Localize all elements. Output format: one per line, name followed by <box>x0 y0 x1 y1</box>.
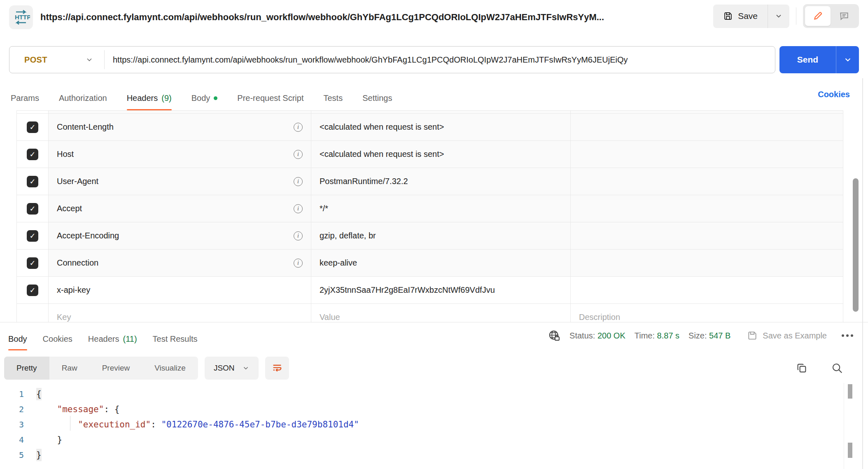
cell <box>311 111 571 113</box>
right-edge-border <box>862 78 863 469</box>
table-row-empty: KeyValueDescription <box>17 304 843 322</box>
method-dropdown[interactable]: POST <box>9 47 104 73</box>
row-checkbox[interactable]: ✓ <box>27 285 38 296</box>
info-icon[interactable]: i <box>294 177 303 186</box>
http-method-icon: HTTP <box>9 5 33 29</box>
value-cell[interactable]: PostmanRuntime/7.32.2 <box>311 168 571 195</box>
value-cell[interactable]: <calculated when request is sent> <box>311 141 571 168</box>
save-button[interactable]: Save <box>713 5 768 28</box>
copy-icon <box>796 362 808 374</box>
tab-tests[interactable]: Tests <box>323 93 343 110</box>
info-icon[interactable]: i <box>294 259 303 268</box>
cookies-link[interactable]: Cookies <box>818 90 850 99</box>
key-cell[interactable]: Connectioni <box>49 250 311 276</box>
info-icon[interactable]: i <box>294 150 303 159</box>
table-row: ✓Content-Lengthi<calculated when request… <box>17 114 843 141</box>
tab-params[interactable]: Params <box>11 93 39 110</box>
format-dropdown[interactable]: JSON <box>205 357 259 380</box>
description-cell[interactable] <box>571 277 843 303</box>
svg-text:HTTP: HTTP <box>15 14 30 21</box>
header-key: Accept-Encoding <box>57 231 119 240</box>
checkbox-cell: ✓ <box>17 168 49 195</box>
description-cell[interactable] <box>571 195 843 222</box>
row-checkbox[interactable]: ✓ <box>27 149 38 160</box>
comments-button[interactable] <box>831 6 857 26</box>
edit-mode-button[interactable] <box>805 6 831 26</box>
key-cell[interactable]: Accepti <box>49 195 311 222</box>
desc-cell[interactable]: Description <box>571 304 843 322</box>
line-number: 2 <box>0 404 36 414</box>
tab-label: Cookies <box>43 334 72 344</box>
row-checkbox[interactable]: ✓ <box>27 257 38 269</box>
save-options-caret[interactable] <box>768 5 789 28</box>
header-value: PostmanRuntime/7.32.2 <box>320 177 408 186</box>
checkbox-cell: ✓ <box>17 195 49 222</box>
response-tab-test-results[interactable]: Test Results <box>153 334 198 350</box>
tab-body[interactable]: Body <box>191 93 218 110</box>
table-row-partial <box>17 111 843 114</box>
row-checkbox[interactable]: ✓ <box>27 203 38 215</box>
key-cell[interactable]: Accept-Encodingi <box>49 222 311 249</box>
response-tab-body[interactable]: Body <box>8 334 27 350</box>
view-tab-pretty[interactable]: Pretty <box>4 357 49 380</box>
view-tab-preview[interactable]: Preview <box>90 357 142 380</box>
response-tab-headers[interactable]: Headers(11) <box>88 334 137 350</box>
key-cell[interactable]: x-api-key <box>49 277 311 303</box>
url-input[interactable] <box>105 55 775 65</box>
tab-label: Test Results <box>153 334 198 344</box>
value-placeholder: Value <box>320 313 340 322</box>
code-text: "execution_id": "0122670e-4876-45e7-b7be… <box>36 420 359 429</box>
key-placeholder: Key <box>57 313 71 322</box>
value-cell[interactable]: gzip, deflate, br <box>311 222 571 249</box>
code-line: 5} <box>0 447 843 462</box>
row-checkbox[interactable]: ✓ <box>27 230 38 242</box>
search-button[interactable] <box>831 362 843 374</box>
value-cell[interactable]: */* <box>311 195 571 222</box>
row-checkbox[interactable]: ✓ <box>27 176 38 187</box>
key-cell[interactable]: Key <box>49 304 311 322</box>
view-tab-raw[interactable]: Raw <box>49 357 90 380</box>
response-body-code: 1{2 "message": {3 "execution_id": "01226… <box>0 386 843 469</box>
info-icon[interactable]: i <box>294 123 303 132</box>
value-cell[interactable]: Value <box>311 304 571 322</box>
description-cell[interactable] <box>571 250 843 276</box>
key-cell[interactable]: Content-Lengthi <box>49 114 311 140</box>
value-cell[interactable]: keep-alive <box>311 250 571 276</box>
wrap-text-button[interactable] <box>265 357 289 380</box>
floppy-save-icon <box>723 11 733 21</box>
save-as-example-button[interactable]: Save as Example <box>747 330 827 341</box>
send-button[interactable]: Send <box>779 46 859 73</box>
network-globe-lock-icon[interactable] <box>548 329 560 342</box>
code-text: } <box>36 435 62 445</box>
line-number: 3 <box>0 420 36 429</box>
response-scrollbar-thumb-top[interactable] <box>848 384 852 399</box>
key-cell[interactable]: User-Agenti <box>49 168 311 195</box>
info-icon[interactable]: i <box>294 231 303 240</box>
line-number: 4 <box>0 435 36 445</box>
chevron-down-icon <box>775 12 783 20</box>
more-options-icon[interactable] <box>842 334 853 337</box>
description-cell[interactable] <box>571 141 843 168</box>
response-tab-cookies[interactable]: Cookies <box>43 334 72 350</box>
copy-button[interactable] <box>796 362 808 374</box>
value-cell[interactable]: 2yjX35tnnSaa7Hr2g8EaI7rWxbzcNtWf69VdfJvu <box>311 277 571 303</box>
topbar-divider <box>796 7 796 25</box>
main-scrollbar-thumb[interactable] <box>853 178 859 312</box>
size-value: 547 B <box>709 331 730 340</box>
tab-headers[interactable]: Headers(9) <box>127 93 172 110</box>
send-options-caret[interactable] <box>836 46 859 73</box>
info-icon[interactable]: i <box>294 204 303 213</box>
value-cell[interactable]: <calculated when request is sent> <box>311 114 571 140</box>
description-cell[interactable] <box>571 222 843 249</box>
code-text: { <box>36 389 42 399</box>
response-scrollbar-thumb-bottom[interactable] <box>848 443 852 458</box>
comment-icon <box>839 11 849 21</box>
tab-settings[interactable]: Settings <box>362 93 392 110</box>
tab-pre-request-script[interactable]: Pre-request Script <box>237 93 303 110</box>
description-cell[interactable] <box>571 168 843 195</box>
key-cell[interactable]: Hosti <box>49 141 311 168</box>
description-cell[interactable] <box>571 114 843 140</box>
tab-authorization[interactable]: Authorization <box>59 93 107 110</box>
row-checkbox[interactable]: ✓ <box>27 121 38 133</box>
view-tab-visualize[interactable]: Visualize <box>142 357 198 380</box>
